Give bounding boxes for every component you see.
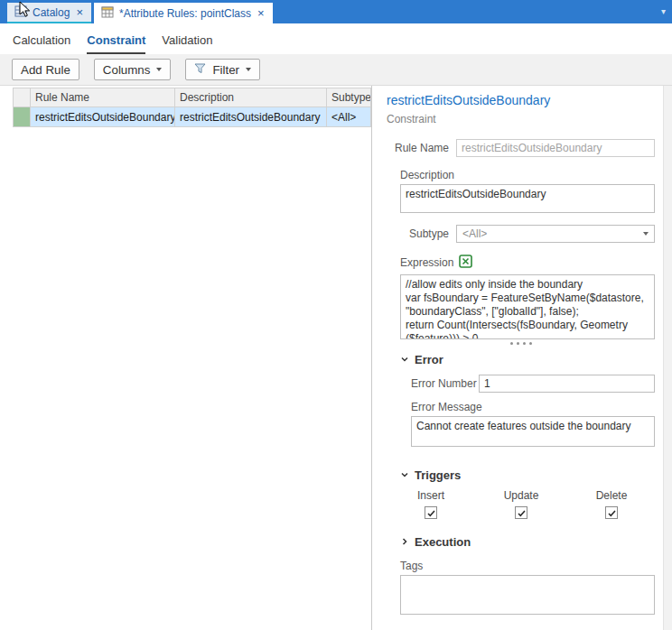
tab-attribute-rules[interactable]: *Attribute Rules: pointClass ×: [94, 3, 273, 23]
expression-editor[interactable]: //allow edits only inside the boundary v…: [400, 274, 655, 339]
header-selector-cell: [14, 88, 31, 107]
delete-checkbox[interactable]: [605, 506, 618, 519]
tab-calculation[interactable]: Calculation: [13, 33, 70, 54]
expression-label: Expression: [400, 256, 453, 269]
update-checkbox[interactable]: [515, 506, 527, 519]
insert-checkbox[interactable]: [425, 506, 437, 519]
chevron-down-icon: [643, 232, 649, 236]
triggers-section-header[interactable]: Triggers: [400, 468, 655, 482]
rules-grid: Rule Name Description Subtype restrictEd…: [13, 88, 371, 127]
rule-type-tabs: Calculation Constraint Validation: [0, 23, 672, 54]
tab-overflow-icon[interactable]: ▾: [661, 7, 666, 16]
tags-label: Tags: [400, 560, 655, 572]
error-section-header[interactable]: Error: [400, 353, 655, 366]
error-number-label: Error Number: [411, 377, 479, 390]
tags-field[interactable]: [400, 575, 655, 615]
toolbar: Add Rule Columns Filter: [0, 54, 672, 86]
close-icon[interactable]: ×: [75, 6, 84, 18]
header-description[interactable]: Description: [175, 88, 327, 107]
tab-label: Catalog: [33, 6, 70, 19]
main-area: Rule Name Description Subtype restrictEd…: [0, 86, 672, 630]
header-subtype[interactable]: Subtype: [327, 88, 371, 107]
error-section-body: Error Number Error Message Cannot create…: [411, 375, 655, 447]
rule-title: restrictEditsOutsideBoundary: [387, 93, 655, 107]
table-header-row: Rule Name Description Subtype: [14, 88, 371, 107]
trigger-delete-label: Delete: [596, 489, 628, 502]
subtype-label: Subtype: [387, 227, 456, 240]
chevron-down-icon: [246, 68, 251, 71]
cell-rule-name[interactable]: restrictEditsOutsideBoundary: [31, 107, 175, 127]
view-tab-bar: Catalog × *Attribute Rules: pointClass ×…: [0, 0, 672, 23]
checkmark-icon: [426, 508, 436, 518]
triggers-section-label: Triggers: [415, 468, 461, 482]
trigger-insert: Insert: [399, 489, 462, 519]
expression-header: Expression: [400, 255, 655, 271]
tab-label: *Attribute Rules: pointClass: [119, 7, 251, 20]
triggers-row: Insert Update Delete: [399, 489, 655, 519]
error-number-row: Error Number: [411, 375, 655, 393]
columns-dropdown-button[interactable]: Columns: [94, 59, 172, 80]
rule-name-label: Rule Name: [387, 142, 456, 154]
tags-block: Tags: [400, 560, 655, 615]
mouse-cursor: [19, 1, 31, 21]
error-message-label: Error Message: [411, 401, 655, 413]
rule-type-subtitle: Constraint: [387, 113, 655, 125]
chevron-down-icon: [400, 468, 409, 482]
rule-name-row: Rule Name: [387, 139, 655, 157]
subtype-row: Subtype <All>: [387, 225, 655, 243]
trigger-delete: Delete: [580, 489, 643, 519]
tab-constraint[interactable]: Constraint: [87, 33, 145, 54]
checkmark-icon: [607, 508, 617, 518]
filter-label: Filter: [212, 63, 239, 77]
row-selector-cell[interactable]: [14, 107, 31, 127]
subtype-dropdown[interactable]: <All>: [456, 225, 655, 243]
rule-name-field[interactable]: [456, 139, 655, 157]
error-section-label: Error: [415, 353, 443, 366]
filter-funnel-icon: [194, 63, 206, 77]
description-block: Description restrictEditsOutsideBoundary: [400, 169, 655, 213]
error-message-block: Error Message Cannot create features out…: [411, 401, 655, 447]
chevron-right-icon: [400, 535, 409, 549]
trigger-update-label: Update: [504, 489, 539, 502]
cell-description[interactable]: restrictEditsOutsideBoundary: [175, 107, 327, 127]
header-rule-name[interactable]: Rule Name: [31, 88, 175, 107]
execution-section-header[interactable]: Execution: [400, 535, 655, 549]
chevron-down-icon: [400, 353, 409, 366]
error-number-field[interactable]: [479, 375, 655, 393]
close-icon[interactable]: ×: [257, 7, 266, 19]
resize-grip[interactable]: [387, 342, 655, 345]
description-label: Description: [400, 169, 655, 181]
trigger-update: Update: [490, 489, 553, 519]
trigger-insert-label: Insert: [417, 489, 444, 502]
cell-subtype[interactable]: <All>: [327, 107, 371, 127]
rule-details-panel: restrictEditsOutsideBoundary Constraint …: [372, 86, 672, 630]
attribute-rules-table-icon: [101, 6, 114, 21]
description-field[interactable]: restrictEditsOutsideBoundary: [400, 184, 655, 213]
add-rule-label: Add Rule: [21, 63, 70, 77]
add-rule-button[interactable]: Add Rule: [12, 59, 79, 80]
execution-section-label: Execution: [415, 535, 471, 549]
columns-label: Columns: [103, 63, 151, 77]
table-row[interactable]: restrictEditsOutsideBoundary restrictEdi…: [14, 107, 371, 127]
filter-dropdown-button[interactable]: Filter: [185, 59, 260, 80]
error-message-field[interactable]: Cannot create features outside the bound…: [411, 416, 655, 447]
vertical-scrollbar[interactable]: [663, 86, 672, 630]
checkmark-icon: [517, 508, 527, 518]
subtype-value: <All>: [462, 227, 487, 240]
tab-validation[interactable]: Validation: [162, 33, 212, 54]
expression-builder-icon[interactable]: [459, 255, 472, 271]
rules-table-panel: Rule Name Description Subtype restrictEd…: [0, 86, 372, 630]
chevron-down-icon: [156, 68, 162, 71]
